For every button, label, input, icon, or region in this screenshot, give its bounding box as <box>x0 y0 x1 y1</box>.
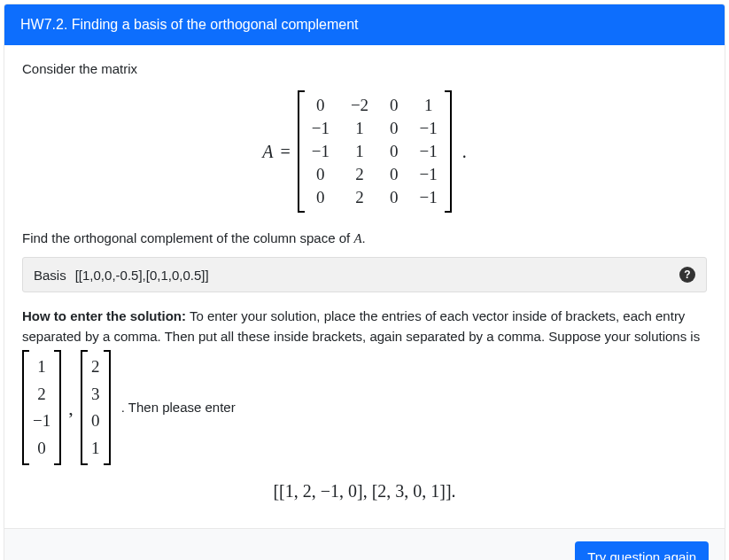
matrix-bracket: 0−201 −110−1 −110−1 020−1 020−1 <box>298 90 452 213</box>
example-vec2: 2 3 0 1 <box>84 354 107 462</box>
answer-row: Basis [[1,0,0,-0.5],[0,1,0,0.5]] ? <box>22 257 707 292</box>
help-icon[interactable]: ? <box>679 267 695 283</box>
matrix-name: A <box>262 142 273 162</box>
matrix-A: 0−201 −110−1 −110−1 020−1 020−1 <box>301 94 448 209</box>
howto-heading: How to enter the solution: <box>22 308 186 323</box>
card-footer: Try question again <box>4 528 725 560</box>
enter-format: [[1, 2, −1, 0], [2, 3, 0, 1]]. <box>22 481 707 502</box>
card-body: Consider the matrix A = 0−201 −110−1 −11… <box>4 45 725 528</box>
then-text: . Then please enter <box>121 398 236 418</box>
howto-block: How to enter the solution: To enter your… <box>22 307 707 465</box>
intro-text: Consider the matrix <box>22 61 707 76</box>
card-header: HW7.2. Finding a basis of the orthogonal… <box>4 4 725 45</box>
equals-sign: = <box>280 142 290 162</box>
vec1-bracket: 1 2 −1 0 <box>22 350 61 465</box>
answer-label: Basis <box>34 268 66 283</box>
vec-separator: , <box>66 393 75 423</box>
vec2-bracket: 2 3 0 1 <box>81 350 111 465</box>
answer-value: [[1,0,0,-0.5],[0,1,0,0.5]] <box>75 268 671 283</box>
example-vec1: 1 2 −1 0 <box>26 354 58 462</box>
task-text: Find the orthogonal complement of the co… <box>22 230 707 246</box>
matrix-period: . <box>462 142 467 162</box>
question-title: HW7.2. Finding a basis of the orthogonal… <box>20 17 359 32</box>
question-card: HW7.2. Finding a basis of the orthogonal… <box>4 4 725 560</box>
matrix-equation: A = 0−201 −110−1 −110−1 020−1 020−1 . <box>22 90 707 213</box>
try-again-button[interactable]: Try question again <box>575 541 709 560</box>
example-vectors: 1 2 −1 0 , 2 3 0 1 . Then ple <box>22 350 707 465</box>
